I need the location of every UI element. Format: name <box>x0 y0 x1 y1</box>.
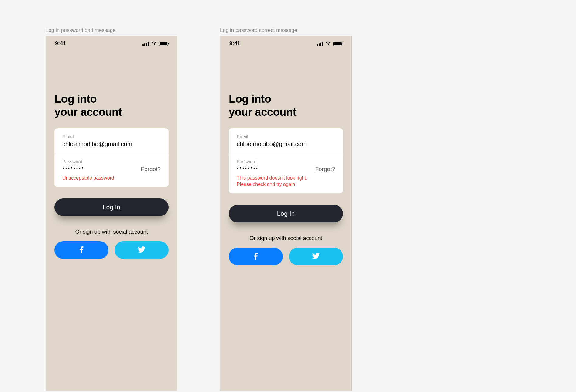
phone-screen: 9:41 Log into your account <box>220 36 352 391</box>
twitter-icon <box>137 245 146 255</box>
page-title: Log into your account <box>229 92 343 119</box>
status-bar: 9:41 <box>46 36 177 50</box>
status-bar: 9:41 <box>220 36 351 50</box>
email-value: chloe.modibo@gmail.com <box>62 141 161 148</box>
status-icons <box>317 41 342 46</box>
page-title: Log into your account <box>54 92 169 119</box>
status-time: 9:41 <box>55 40 66 47</box>
facebook-login-button[interactable] <box>229 248 283 265</box>
social-signup-prompt: Or sign up with social account <box>54 229 169 235</box>
twitter-login-button[interactable] <box>289 248 343 265</box>
cellular-signal-icon <box>317 42 323 46</box>
social-signup-prompt: Or sign up with social account <box>229 235 343 242</box>
email-field-row[interactable]: Email chloe.modibo@gmail.com <box>54 128 169 153</box>
status-time: 9:41 <box>229 40 240 47</box>
password-value: ******** <box>237 166 259 173</box>
frame-bad-message: Log in password bad message 9:41 <box>46 27 177 391</box>
facebook-icon <box>77 245 86 255</box>
login-card: Email chloe.modibo@gmail.com Password **… <box>229 128 343 193</box>
password-error-message: This password doesn't look right.Please … <box>237 175 335 188</box>
frame-label: Log in password bad message <box>46 27 177 33</box>
password-error-message: Unacceptable password <box>62 175 161 181</box>
forgot-link[interactable]: Forgot? <box>315 166 335 173</box>
email-label: Email <box>237 134 335 139</box>
phone-screen: 9:41 Log into your account <box>46 36 177 391</box>
battery-icon <box>159 42 168 46</box>
login-button[interactable]: Log In <box>229 205 343 222</box>
email-field-row[interactable]: Email chloe.modibo@gmail.com <box>229 128 343 153</box>
facebook-login-button[interactable] <box>54 241 108 259</box>
email-label: Email <box>62 134 161 139</box>
password-value: ******** <box>62 166 84 173</box>
cellular-signal-icon <box>142 42 149 46</box>
battery-icon <box>333 42 342 46</box>
frame-label: Log in password correct message <box>220 27 352 33</box>
login-button[interactable]: Log In <box>54 198 169 216</box>
password-label: Password <box>62 159 161 164</box>
password-label: Password <box>237 159 335 164</box>
wifi-icon <box>151 41 157 46</box>
password-field-row[interactable]: Password ******** Forgot? This password … <box>229 153 343 193</box>
password-field-row[interactable]: Password ******** Forgot? Unacceptable p… <box>54 153 169 187</box>
facebook-icon <box>251 251 260 262</box>
forgot-link[interactable]: Forgot? <box>141 166 161 173</box>
wifi-icon <box>325 41 331 46</box>
twitter-login-button[interactable] <box>115 241 169 259</box>
login-card: Email chloe.modibo@gmail.com Password **… <box>54 128 169 187</box>
frame-correct-message: Log in password correct message 9:41 <box>220 27 352 391</box>
email-value: chloe.modibo@gmail.com <box>237 141 335 148</box>
status-icons <box>142 41 168 46</box>
twitter-icon <box>311 251 321 262</box>
